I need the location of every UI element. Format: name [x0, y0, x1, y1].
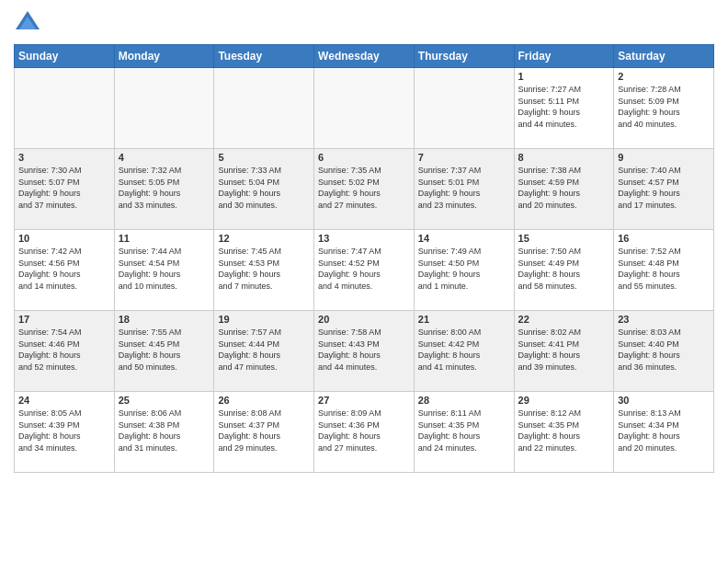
calendar-week-row: 1Sunrise: 7:27 AM Sunset: 5:11 PM Daylig… [15, 68, 714, 149]
calendar-cell: 28Sunrise: 8:11 AM Sunset: 4:35 PM Dayli… [414, 392, 514, 473]
calendar-cell: 11Sunrise: 7:44 AM Sunset: 4:54 PM Dayli… [114, 230, 214, 311]
day-number: 3 [18, 152, 110, 163]
calendar-cell: 14Sunrise: 7:49 AM Sunset: 4:50 PM Dayli… [414, 230, 514, 311]
day-number: 19 [218, 314, 310, 325]
day-info: Sunrise: 7:58 AM Sunset: 4:43 PM Dayligh… [318, 327, 410, 373]
calendar-week-row: 17Sunrise: 7:54 AM Sunset: 4:46 PM Dayli… [15, 311, 714, 392]
calendar-week-row: 10Sunrise: 7:42 AM Sunset: 4:56 PM Dayli… [15, 230, 714, 311]
day-number: 25 [119, 395, 210, 406]
day-info: Sunrise: 7:28 AM Sunset: 5:09 PM Dayligh… [618, 84, 710, 130]
calendar-cell: 2Sunrise: 7:28 AM Sunset: 5:09 PM Daylig… [614, 68, 714, 149]
day-number: 23 [618, 314, 710, 325]
day-number: 9 [618, 152, 710, 163]
day-info: Sunrise: 8:11 AM Sunset: 4:35 PM Dayligh… [418, 408, 510, 454]
day-info: Sunrise: 7:33 AM Sunset: 5:04 PM Dayligh… [218, 165, 310, 211]
calendar-cell: 20Sunrise: 7:58 AM Sunset: 4:43 PM Dayli… [314, 311, 415, 392]
calendar-cell: 5Sunrise: 7:33 AM Sunset: 5:04 PM Daylig… [214, 149, 314, 230]
page: SundayMondayTuesdayWednesdayThursdayFrid… [0, 0, 728, 563]
day-info: Sunrise: 7:42 AM Sunset: 4:56 PM Dayligh… [18, 246, 110, 292]
day-info: Sunrise: 8:09 AM Sunset: 4:36 PM Dayligh… [318, 408, 410, 454]
day-info: Sunrise: 7:57 AM Sunset: 4:44 PM Dayligh… [218, 327, 310, 373]
day-number: 5 [218, 152, 310, 163]
day-number: 26 [218, 395, 310, 406]
day-number: 24 [18, 395, 110, 406]
calendar-cell: 13Sunrise: 7:47 AM Sunset: 4:52 PM Dayli… [314, 230, 415, 311]
day-info: Sunrise: 7:49 AM Sunset: 4:50 PM Dayligh… [418, 246, 510, 292]
calendar-cell: 16Sunrise: 7:52 AM Sunset: 4:48 PM Dayli… [614, 230, 714, 311]
day-info: Sunrise: 8:13 AM Sunset: 4:34 PM Dayligh… [618, 408, 710, 454]
calendar-cell [15, 68, 115, 149]
calendar-cell: 12Sunrise: 7:45 AM Sunset: 4:53 PM Dayli… [214, 230, 314, 311]
calendar-week-row: 3Sunrise: 7:30 AM Sunset: 5:07 PM Daylig… [15, 149, 714, 230]
calendar-week-row: 24Sunrise: 8:05 AM Sunset: 4:39 PM Dayli… [15, 392, 714, 473]
day-info: Sunrise: 7:38 AM Sunset: 4:59 PM Dayligh… [518, 165, 610, 211]
day-info: Sunrise: 7:55 AM Sunset: 4:45 PM Dayligh… [119, 327, 210, 373]
day-info: Sunrise: 8:02 AM Sunset: 4:41 PM Dayligh… [518, 327, 610, 373]
calendar-cell: 15Sunrise: 7:50 AM Sunset: 4:49 PM Dayli… [514, 230, 614, 311]
day-info: Sunrise: 7:52 AM Sunset: 4:48 PM Dayligh… [618, 246, 710, 292]
calendar-cell [214, 68, 314, 149]
calendar-cell: 18Sunrise: 7:55 AM Sunset: 4:45 PM Dayli… [114, 311, 214, 392]
calendar-cell [114, 68, 214, 149]
day-number: 4 [119, 152, 210, 163]
day-number: 29 [518, 395, 610, 406]
calendar-day-header: Friday [514, 45, 614, 68]
calendar-day-header: Thursday [414, 45, 514, 68]
calendar-cell: 6Sunrise: 7:35 AM Sunset: 5:02 PM Daylig… [314, 149, 415, 230]
day-number: 12 [218, 233, 310, 244]
calendar-cell: 9Sunrise: 7:40 AM Sunset: 4:57 PM Daylig… [614, 149, 714, 230]
day-number: 21 [418, 314, 510, 325]
day-info: Sunrise: 7:35 AM Sunset: 5:02 PM Dayligh… [318, 165, 410, 211]
day-info: Sunrise: 7:50 AM Sunset: 4:49 PM Dayligh… [518, 246, 610, 292]
day-info: Sunrise: 8:06 AM Sunset: 4:38 PM Dayligh… [119, 408, 210, 454]
day-number: 2 [618, 71, 710, 82]
day-number: 20 [318, 314, 410, 325]
calendar-day-header: Tuesday [214, 45, 314, 68]
calendar-cell: 3Sunrise: 7:30 AM Sunset: 5:07 PM Daylig… [15, 149, 115, 230]
day-info: Sunrise: 7:47 AM Sunset: 4:52 PM Dayligh… [318, 246, 410, 292]
calendar-cell: 29Sunrise: 8:12 AM Sunset: 4:35 PM Dayli… [514, 392, 614, 473]
day-number: 28 [418, 395, 510, 406]
logo-icon [14, 9, 41, 37]
calendar-header-row: SundayMondayTuesdayWednesdayThursdayFrid… [15, 45, 714, 68]
day-number: 22 [518, 314, 610, 325]
logo [14, 9, 45, 37]
day-info: Sunrise: 8:00 AM Sunset: 4:42 PM Dayligh… [418, 327, 510, 373]
day-number: 15 [518, 233, 610, 244]
day-info: Sunrise: 7:30 AM Sunset: 5:07 PM Dayligh… [18, 165, 110, 211]
day-info: Sunrise: 7:37 AM Sunset: 5:01 PM Dayligh… [418, 165, 510, 211]
calendar-cell: 27Sunrise: 8:09 AM Sunset: 4:36 PM Dayli… [314, 392, 415, 473]
day-number: 17 [18, 314, 110, 325]
calendar-cell: 22Sunrise: 8:02 AM Sunset: 4:41 PM Dayli… [514, 311, 614, 392]
calendar-cell: 1Sunrise: 7:27 AM Sunset: 5:11 PM Daylig… [514, 68, 614, 149]
calendar-cell: 17Sunrise: 7:54 AM Sunset: 4:46 PM Dayli… [15, 311, 115, 392]
day-info: Sunrise: 7:27 AM Sunset: 5:11 PM Dayligh… [518, 84, 610, 130]
day-info: Sunrise: 7:45 AM Sunset: 4:53 PM Dayligh… [218, 246, 310, 292]
calendar-cell: 8Sunrise: 7:38 AM Sunset: 4:59 PM Daylig… [514, 149, 614, 230]
day-number: 1 [518, 71, 610, 82]
day-info: Sunrise: 7:32 AM Sunset: 5:05 PM Dayligh… [119, 165, 210, 211]
calendar-cell: 30Sunrise: 8:13 AM Sunset: 4:34 PM Dayli… [614, 392, 714, 473]
calendar-cell: 7Sunrise: 7:37 AM Sunset: 5:01 PM Daylig… [414, 149, 514, 230]
day-info: Sunrise: 8:03 AM Sunset: 4:40 PM Dayligh… [618, 327, 710, 373]
day-number: 30 [618, 395, 710, 406]
calendar-cell [414, 68, 514, 149]
calendar-day-header: Saturday [614, 45, 714, 68]
day-number: 6 [318, 152, 410, 163]
day-number: 8 [518, 152, 610, 163]
day-number: 13 [318, 233, 410, 244]
day-info: Sunrise: 8:08 AM Sunset: 4:37 PM Dayligh… [218, 408, 310, 454]
day-info: Sunrise: 7:40 AM Sunset: 4:57 PM Dayligh… [618, 165, 710, 211]
calendar-cell: 10Sunrise: 7:42 AM Sunset: 4:56 PM Dayli… [15, 230, 115, 311]
calendar-day-header: Monday [114, 45, 214, 68]
header [14, 9, 714, 37]
calendar-cell: 25Sunrise: 8:06 AM Sunset: 4:38 PM Dayli… [114, 392, 214, 473]
day-number: 7 [418, 152, 510, 163]
day-number: 16 [618, 233, 710, 244]
day-info: Sunrise: 8:12 AM Sunset: 4:35 PM Dayligh… [518, 408, 610, 454]
calendar-cell: 26Sunrise: 8:08 AM Sunset: 4:37 PM Dayli… [214, 392, 314, 473]
calendar-cell: 19Sunrise: 7:57 AM Sunset: 4:44 PM Dayli… [214, 311, 314, 392]
calendar-cell [314, 68, 415, 149]
day-number: 14 [418, 233, 510, 244]
calendar-cell: 24Sunrise: 8:05 AM Sunset: 4:39 PM Dayli… [15, 392, 115, 473]
